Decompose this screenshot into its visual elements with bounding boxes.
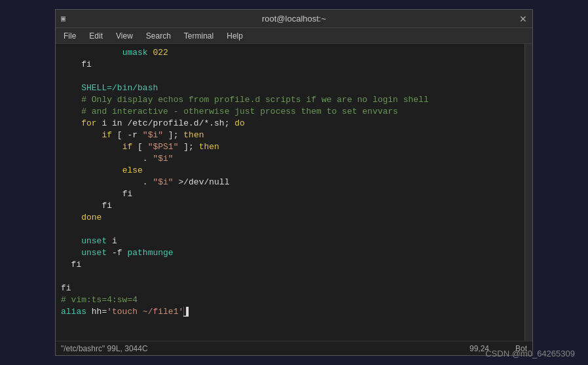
code-line: unset i	[56, 235, 524, 247]
code-line: else	[56, 164, 524, 176]
status-filename: "/etc/bashrc" 99L, 3044C	[61, 344, 148, 353]
code-line: fi	[56, 258, 524, 270]
code-line: . "$i" >/dev/null	[56, 176, 524, 188]
title-bar: ▣ root@localhost:~ ✕	[56, 10, 532, 28]
menu-help[interactable]: Help	[221, 30, 248, 42]
code-line: # vim:ts=4:sw=4	[56, 294, 524, 305]
editor-content[interactable]: umask 022 fi SHELL=/bin/bash # Only disp…	[56, 44, 524, 341]
code-line: # and interactive - otherwise just proce…	[56, 105, 524, 117]
code-line: fi	[56, 282, 524, 294]
code-line: . "$i"	[56, 152, 524, 164]
menu-file[interactable]: File	[58, 30, 81, 42]
code-line: # Only display echos from profile.d scri…	[56, 94, 524, 105]
code-line: alias hh='touch ~/file1'▌	[56, 305, 524, 317]
editor-area: umask 022 fi SHELL=/bin/bash # Only disp…	[56, 44, 532, 341]
code-line: if [ -r "$i" ]; then	[56, 129, 524, 141]
code-line: done	[56, 211, 524, 223]
window-title: root@localhost:~	[262, 14, 326, 24]
close-button[interactable]: ✕	[519, 14, 527, 24]
terminal-icon: ▣	[61, 14, 65, 24]
scrollbar[interactable]	[524, 44, 532, 341]
code-line: fi	[56, 58, 524, 70]
code-line: for i in /etc/profile.d/*.sh; do	[56, 117, 524, 129]
terminal-window: ▣ root@localhost:~ ✕ File Edit View Sear…	[55, 9, 533, 356]
code-line: fi	[56, 200, 524, 211]
watermark: CSDN @m0_64265309	[485, 349, 575, 358]
menu-edit[interactable]: Edit	[84, 30, 108, 42]
status-bar: "/etc/bashrc" 99L, 3044C 99,24 Bot	[56, 341, 532, 355]
menu-search[interactable]: Search	[141, 30, 176, 42]
code-line: if [ "$PS1" ]; then	[56, 141, 524, 152]
code-line: SHELL=/bin/bash	[56, 82, 524, 94]
code-line: unset -f pathmunge	[56, 247, 524, 258]
menu-terminal[interactable]: Terminal	[179, 30, 219, 42]
code-line	[56, 223, 524, 235]
menu-view[interactable]: View	[111, 30, 138, 42]
menu-bar: File Edit View Search Terminal Help	[56, 28, 532, 44]
code-line: umask 022	[56, 46, 524, 58]
code-line: fi	[56, 188, 524, 200]
code-line	[56, 70, 524, 82]
code-line	[56, 270, 524, 282]
